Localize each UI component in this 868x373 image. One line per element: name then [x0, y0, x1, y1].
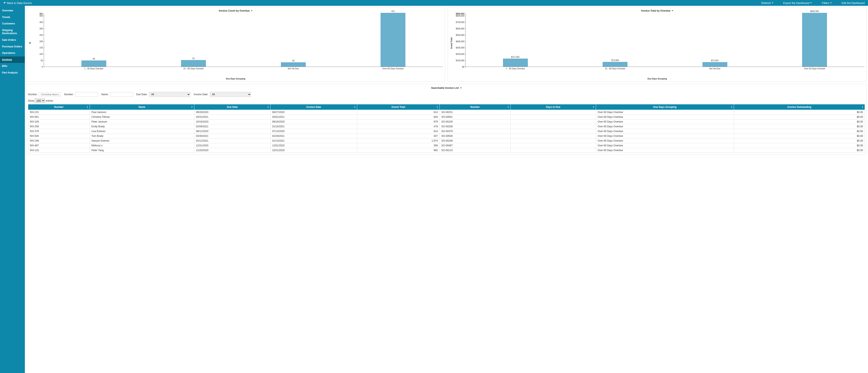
sidebar-item-purchase-orders[interactable]: Purchase Orders: [0, 43, 25, 50]
cell: 08/12/2020: [194, 129, 270, 134]
cell: 03/01/2021: [270, 115, 357, 120]
table-row[interactable]: INV-115Peter Yang11/20/202010/21/2020992…: [28, 148, 865, 153]
y-tick: 200: [39, 40, 43, 42]
sidebar-item-trends[interactable]: Trends: [0, 14, 25, 21]
table-row[interactable]: INV-246Hassan Estevez02/12/202101/13/202…: [28, 138, 865, 143]
bar[interactable]: [82, 61, 106, 67]
back-to-data-source-link[interactable]: Back to Data Source: [3, 1, 32, 5]
cell: INV-258: [28, 124, 90, 129]
show-entries-select[interactable]: 100: [35, 99, 45, 103]
bar[interactable]: [703, 62, 727, 67]
column-header[interactable]: Due Date▲▼: [194, 104, 270, 110]
y-tick: 50: [41, 59, 43, 62]
column-header[interactable]: Number▲▼: [440, 104, 510, 110]
column-header[interactable]: Invoice Outstanding▲▼: [734, 104, 865, 110]
cell: [510, 110, 596, 115]
refresh-action[interactable]: Refresh: [761, 1, 773, 5]
bar[interactable]: [503, 59, 528, 67]
table-row[interactable]: INV-231Paul Jackson09/26/202008/27/20208…: [28, 110, 865, 115]
cell: 478: [357, 124, 440, 129]
bar-group[interactable]: $73,99431 - 60 Days Overdue: [602, 59, 627, 67]
filter-number-label: Number:: [28, 93, 37, 96]
sidebar-item-overview[interactable]: Overview: [0, 7, 25, 14]
bar-group[interactable]: $127,6811 - 30 Days Overdue: [503, 56, 528, 67]
sidebar-item-sale-orders[interactable]: Sale Orders: [0, 37, 25, 43]
bar[interactable]: [602, 62, 627, 67]
sidebar-item-operations[interactable]: Operations: [0, 50, 25, 57]
table-row[interactable]: INV-105Peter Jackson10/16/202009/16/2020…: [28, 120, 865, 124]
y-tick: $500,000: [456, 34, 464, 36]
filter-due-date-select[interactable]: All: [149, 92, 190, 97]
table-row[interactable]: INV-378Lisa Estevez08/12/202007/13/20208…: [28, 129, 865, 134]
edit-action[interactable]: Edit the Dashboard: [842, 1, 865, 5]
column-header[interactable]: Number▲▼: [28, 104, 90, 110]
cell: 08/27/2020: [270, 110, 357, 115]
bar[interactable]: [802, 13, 827, 67]
y-tick: 400: [39, 14, 43, 17]
bar-group[interactable]: $72,923Not Yet Due: [703, 59, 727, 67]
bar-value: $73,994: [611, 59, 619, 62]
cell: 12/31/2020: [194, 143, 270, 148]
bar-group[interactable]: $842,692Over 60 Days Overdue: [802, 10, 827, 67]
table-row[interactable]: INV-258Emily Brady02/09/202101/10/202147…: [28, 124, 865, 129]
caret-down-icon: [772, 2, 773, 3]
filter-name-input[interactable]: [110, 92, 133, 97]
y-tick: 150: [39, 46, 43, 49]
sidebar-item-shipping-destinations[interactable]: Shipping Destinations: [0, 27, 25, 37]
y-tick: $700,000: [456, 21, 464, 23]
bar-group[interactable]: 5231 - 60 Days Overdue: [181, 57, 206, 67]
y-tick: 250: [39, 34, 43, 36]
cell: 814: [357, 129, 440, 134]
sidebar-item-customers[interactable]: Customers: [0, 21, 25, 27]
filters-action[interactable]: Filters: [822, 1, 832, 5]
column-header[interactable]: Days to Due▲▼: [510, 104, 596, 110]
back-label: Back to Data Source: [7, 1, 32, 5]
table-row[interactable]: INV-487Melissa Li12/31/202012/01/2020356…: [28, 143, 865, 148]
filter-invoice-date-select[interactable]: All: [210, 92, 251, 97]
cell: 11/20/2020: [194, 148, 270, 153]
bar[interactable]: [380, 13, 405, 67]
bar-category-label: 31 - 60 Days Overdue: [175, 67, 212, 70]
bar[interactable]: [181, 60, 206, 67]
show-prefix: Show: [28, 99, 34, 102]
chart-title: Invoice Total by Overdue: [641, 9, 671, 12]
bar-group[interactable]: 421Over 60 Days Overdue: [380, 10, 405, 67]
cell: 356: [357, 143, 440, 148]
cell: [510, 148, 596, 153]
cell: 979: [357, 120, 440, 124]
y-axis: $0$100,000$200,000$300,000$400,000$500,0…: [453, 13, 465, 67]
column-header[interactable]: Name▲▼: [90, 104, 194, 110]
sidebar-item-invoices[interactable]: Invoices: [0, 57, 25, 63]
plot-area: $127,6811 - 30 Days Overdue$73,99431 - 6…: [465, 13, 865, 67]
column-header[interactable]: Grand Total▲▼: [357, 104, 440, 110]
cell: 644: [357, 115, 440, 120]
bar[interactable]: [281, 62, 306, 67]
excluding-values-button[interactable]: [ Excluding Values ]: [39, 93, 61, 97]
cell: Peter Jackson: [90, 120, 194, 124]
cell: $0.00: [734, 143, 865, 148]
cell: 02/28/2021: [270, 134, 357, 138]
filter-number-input[interactable]: [75, 92, 98, 97]
cell: INV-246: [28, 138, 90, 143]
table-row[interactable]: INV-545Tom Brady03/30/202102/28/2021407S…: [28, 134, 865, 138]
bar-group[interactable]: 491 - 30 Days Overdue: [82, 58, 106, 67]
column-header[interactable]: Invoice Date▲▼: [270, 104, 357, 110]
sort-icon: ▲▼: [191, 106, 193, 108]
panel-title[interactable]: Searchable Invoice List: [28, 86, 865, 90]
y-tick: $200,000: [456, 53, 464, 55]
column-header[interactable]: Due Days Grouping▲▼: [596, 104, 734, 110]
cell: [510, 120, 596, 124]
export-action[interactable]: Export the Dashboard: [783, 1, 812, 5]
invoice-count-chart: Id050100150200250300350400421491 - 30 Da…: [28, 13, 443, 73]
cell: Over 60 Days Overdue: [596, 134, 734, 138]
refresh-label: Refresh: [761, 1, 771, 5]
cell: Over 60 Days Overdue: [596, 110, 734, 115]
sidebar-item-bills[interactable]: Bills: [0, 63, 25, 70]
x-axis-label: Due Days Grouping: [28, 78, 443, 80]
sidebar-item-part-analysis[interactable]: Part Analysis: [0, 70, 25, 76]
y-axis-label: Id: [28, 13, 31, 73]
cell: SO-00258: [440, 124, 510, 129]
bar-group[interactable]: 34Not Yet Due: [281, 60, 306, 67]
table-row[interactable]: INV-501Christina Tillman03/31/202103/01/…: [28, 115, 865, 120]
cell: SO-00378: [440, 129, 510, 134]
